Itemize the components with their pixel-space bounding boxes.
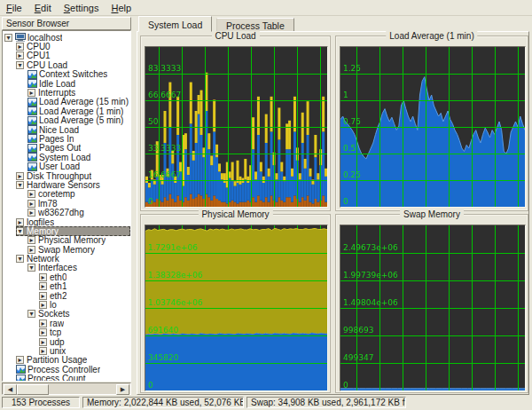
load-average-chart[interactable] — [340, 46, 526, 208]
tree-item-eth2[interactable]: ▸eth2 — [3, 291, 130, 300]
expand-icon[interactable]: ▸ — [39, 292, 47, 300]
tree-item-sockets[interactable]: ▾Sockets — [3, 310, 130, 319]
tree-item-lo[interactable]: ▸lo — [3, 300, 130, 309]
tree-item-disk-throughput[interactable]: ▸Disk Throughput — [3, 171, 130, 180]
expand-icon[interactable]: ▸ — [39, 347, 47, 355]
tree-item-label: User Load — [39, 162, 80, 171]
collapse-icon[interactable]: ▾ — [16, 255, 24, 263]
swap-memory-chart[interactable] — [340, 225, 526, 391]
expand-icon[interactable]: ▸ — [16, 51, 24, 59]
expand-icon[interactable]: ▸ — [39, 282, 47, 290]
collapse-icon[interactable]: ▾ — [16, 181, 24, 189]
tree-indent — [3, 180, 16, 189]
tree-indent — [3, 374, 16, 382]
tree-item-process-controller[interactable]: Process Controller — [3, 365, 130, 374]
scroll-left-icon[interactable]: ◀ — [4, 384, 17, 395]
tree-item-nice-load[interactable]: Nice Load — [3, 125, 130, 134]
tree-item-label: Sockets — [38, 309, 70, 319]
expand-icon[interactable]: ▸ — [39, 301, 47, 309]
sensor-chart-icon — [27, 144, 37, 153]
tree-item-label: tcp — [50, 327, 61, 337]
physical-memory-chart[interactable] — [145, 225, 328, 391]
tree-item-hardware-sensors[interactable]: ▾Hardware Sensors — [3, 180, 130, 189]
menu-file[interactable]: File — [0, 2, 28, 14]
tree-item-udp[interactable]: ▸udp — [3, 337, 130, 346]
chart-title-swap-memory: Swap Memory — [400, 209, 464, 219]
worksheet-pane: CPU Load Load Average (1 min) Physical M… — [137, 31, 529, 395]
expand-icon[interactable]: ▸ — [39, 328, 47, 336]
tree-item-unix[interactable]: ▸unix — [3, 346, 130, 355]
tree-item-w83627dhg[interactable]: ▸w83627dhg — [3, 208, 130, 217]
tree-item-pages-in[interactable]: Pages In — [3, 134, 130, 143]
collapse-icon[interactable]: ▾ — [16, 61, 24, 69]
tree-item-system-load[interactable]: System Load — [3, 153, 130, 162]
collapse-icon[interactable]: ▾ — [27, 310, 35, 318]
tree-item-load-average-1-min[interactable]: Load Average (1 min) — [3, 106, 130, 115]
tree-item-pages-out[interactable]: Pages Out — [3, 144, 130, 153]
expand-icon[interactable]: ▸ — [39, 319, 47, 327]
scrollbar-thumb[interactable] — [17, 384, 49, 395]
expand-icon[interactable]: ▸ — [27, 89, 35, 97]
tree-item-network[interactable]: ▾Network — [3, 254, 130, 263]
tree-item-load-average-15-min[interactable]: Load Average (15 min) — [3, 98, 130, 106]
tab-system-load[interactable]: System Load — [138, 16, 212, 32]
tree-item-coretemp[interactable]: ▸coretemp — [3, 190, 130, 199]
expand-icon[interactable]: ▸ — [27, 190, 35, 198]
tree-indent — [3, 254, 16, 263]
cpu-load-chart[interactable] — [145, 46, 328, 208]
tree-item-raw[interactable]: ▸raw — [3, 319, 130, 327]
menu-edit[interactable]: Edit — [28, 2, 58, 14]
expand-icon[interactable]: ▸ — [16, 43, 24, 51]
tree-item-process-count[interactable]: Process Count — [3, 374, 130, 382]
tree-item-swap-memory[interactable]: ▸Swap Memory — [3, 245, 130, 254]
expand-icon[interactable]: ▸ — [16, 172, 24, 180]
tree-indent — [3, 171, 16, 180]
collapse-icon[interactable]: ▾ — [16, 227, 24, 235]
tree-indent — [3, 310, 27, 319]
tree-indent — [3, 51, 16, 60]
collapse-icon[interactable]: ▾ — [27, 264, 35, 272]
tree-indent — [3, 60, 16, 69]
tree-item-label: Interrupts — [38, 88, 75, 98]
tree-item-label: eth2 — [50, 291, 66, 301]
tree-item-interfaces[interactable]: ▾Interfaces — [3, 264, 130, 272]
tree-item-lm78[interactable]: ▸lm78 — [3, 199, 130, 208]
tree-horizontal-scrollbar[interactable]: ◀ ▶ — [2, 382, 131, 395]
tree-item-label: w83627dhg — [38, 208, 84, 217]
menu-help[interactable]: Help — [105, 2, 137, 14]
sensor-tree: ▾localhost▸CPU0▸CPU1▾CPU LoadContext Swi… — [2, 30, 131, 382]
tree-item-tcp[interactable]: ▸tcp — [3, 328, 130, 337]
expand-icon[interactable]: ▸ — [39, 338, 47, 346]
status-process-count: 153 Processes — [2, 397, 80, 408]
tree-item-user-load[interactable]: User Load — [3, 162, 130, 170]
tree-indent — [3, 199, 27, 208]
tree-indent — [3, 346, 39, 355]
tree-item-localhost[interactable]: ▾localhost — [3, 33, 130, 42]
tree-item-cpu0[interactable]: ▸CPU0 — [3, 42, 130, 51]
tree-item-cpu-load[interactable]: ▾CPU Load — [3, 60, 130, 69]
scroll-right-icon[interactable]: ▶ — [116, 384, 129, 395]
tree-item-cpu1[interactable]: ▸CPU1 — [3, 51, 130, 60]
expand-icon[interactable]: ▸ — [16, 356, 24, 364]
menu-settings[interactable]: Settings — [58, 2, 106, 14]
tree-item-eth0[interactable]: ▸eth0 — [3, 272, 130, 281]
tree-indent — [3, 134, 27, 143]
tree-item-load-average-5-min[interactable]: Load Average (5 min) — [3, 116, 130, 125]
expand-icon[interactable]: ▸ — [27, 246, 35, 254]
sensor-browser-header[interactable]: Sensor Browser — [2, 17, 131, 30]
expand-icon[interactable]: ▸ — [27, 236, 35, 244]
tree-item-physical-memory[interactable]: ▸Physical Memory — [3, 236, 130, 245]
tree-item-idle-load[interactable]: Idle Load — [3, 79, 130, 88]
collapse-icon[interactable]: ▾ — [4, 34, 12, 42]
tree-item-context-switches[interactable]: Context Switches — [3, 70, 130, 79]
expand-icon[interactable]: ▸ — [16, 218, 24, 226]
tree-item-partition-usage[interactable]: ▸Partition Usage — [3, 356, 130, 365]
tree-item-memory[interactable]: ▾Memory — [3, 226, 130, 235]
tab-process-table[interactable]: Process Table — [216, 18, 294, 32]
expand-icon[interactable]: ▸ — [39, 273, 47, 281]
expand-icon[interactable]: ▸ — [27, 209, 35, 217]
tree-item-eth1[interactable]: ▸eth1 — [3, 282, 130, 291]
tree-item-interrupts[interactable]: ▸Interrupts — [3, 88, 130, 97]
expand-icon[interactable]: ▸ — [27, 200, 35, 208]
tree-item-logfiles[interactable]: ▸logfiles — [3, 217, 130, 226]
